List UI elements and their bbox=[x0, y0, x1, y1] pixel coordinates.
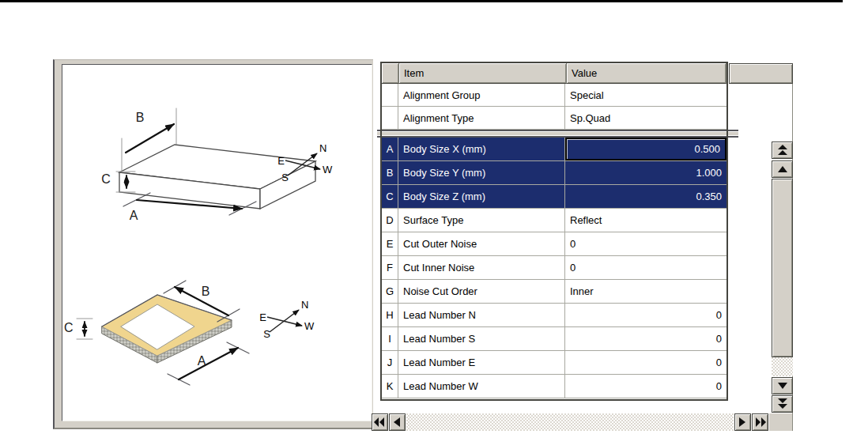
row-letter-cell[interactable]: K bbox=[382, 375, 398, 398]
scroll-down-icon bbox=[777, 383, 788, 390]
property-row[interactable]: FCut Inner Noise0 bbox=[382, 256, 726, 280]
compass-label-w: W bbox=[323, 164, 333, 175]
property-row[interactable]: ABody Size X (mm)0.500 bbox=[382, 138, 726, 161]
item-cell[interactable]: Noise Cut Order bbox=[398, 280, 565, 303]
header-item: Item bbox=[399, 63, 567, 84]
item-cell[interactable]: Cut Outer Noise bbox=[398, 232, 565, 255]
value-editor-cell[interactable]: 0.500 bbox=[565, 138, 726, 160]
compass-label-w: W bbox=[304, 320, 315, 332]
package-editor-window: B C A E N S W bbox=[0, 0, 868, 434]
property-row[interactable]: CBody Size Z (mm)0.350 bbox=[382, 185, 726, 209]
item-cell[interactable]: Lead Number E bbox=[398, 351, 565, 374]
value-cell[interactable]: 0 bbox=[565, 327, 726, 350]
value-cell[interactable]: 0 bbox=[565, 232, 726, 255]
value-cell[interactable]: Reflect bbox=[565, 209, 726, 232]
item-cell[interactable]: Lead Number S bbox=[398, 327, 565, 350]
item-cell[interactable]: Lead Number N bbox=[398, 304, 565, 326]
box-dim-label-b: B bbox=[136, 111, 145, 124]
compass-label-e: E bbox=[277, 155, 285, 167]
value-cell[interactable]: 1.000 bbox=[565, 161, 726, 184]
row-letter-cell[interactable]: C bbox=[382, 185, 398, 208]
scroll-right-icon bbox=[739, 417, 746, 428]
grid-header-row: Item Value bbox=[382, 63, 726, 84]
row-letter-cell[interactable]: B bbox=[382, 161, 398, 184]
value-cell[interactable]: Sp.Quad bbox=[565, 107, 726, 129]
item-cell[interactable]: Body Size Y (mm) bbox=[398, 161, 565, 184]
vertical-scrollbar-track[interactable] bbox=[772, 357, 793, 376]
scroll-right-button[interactable] bbox=[734, 413, 751, 431]
property-row[interactable]: JLead Number E0 bbox=[382, 351, 726, 375]
frozen-rows: Alignment GroupSpecialAlignment TypeSp.Q… bbox=[382, 84, 726, 130]
scroll-to-top-button[interactable] bbox=[772, 142, 793, 159]
scroll-down-button[interactable] bbox=[772, 377, 793, 394]
item-cell[interactable]: Alignment Type bbox=[398, 107, 565, 129]
quad-dim-label-c: C bbox=[64, 321, 74, 334]
header-extra-cell bbox=[729, 63, 793, 84]
item-cell[interactable]: Alignment Group bbox=[398, 84, 565, 106]
property-row[interactable]: Alignment GroupSpecial bbox=[382, 84, 726, 107]
package-diagram-canvas: B C A E N S W bbox=[62, 64, 372, 421]
compass-label-n: N bbox=[319, 142, 326, 154]
property-row[interactable]: HLead Number N0 bbox=[382, 304, 726, 327]
property-row[interactable]: BBody Size Y (mm)1.000 bbox=[382, 161, 726, 185]
package-preview-panel: B C A E N S W bbox=[53, 59, 373, 429]
compass-label-e: E bbox=[259, 311, 266, 323]
row-letter-cell[interactable] bbox=[382, 107, 398, 129]
box-dim-label-c: C bbox=[101, 172, 111, 186]
header-corner-cell bbox=[382, 63, 399, 84]
value-cell[interactable]: 0 bbox=[565, 351, 726, 374]
scroll-left-icon bbox=[394, 417, 401, 428]
properties-grid: Item Value Alignment GroupSpecialAlignme… bbox=[380, 62, 797, 433]
box-dim-label-a: A bbox=[130, 209, 138, 222]
row-letter-cell[interactable]: G bbox=[382, 280, 398, 303]
scroll-to-bottom-icon bbox=[776, 398, 789, 410]
scrollbar-corner bbox=[769, 413, 793, 431]
value-cell[interactable]: Inner bbox=[565, 280, 726, 303]
row-letter-cell[interactable]: D bbox=[382, 209, 398, 232]
value-cell[interactable]: 0 bbox=[565, 304, 726, 326]
scroll-up-icon bbox=[777, 166, 788, 173]
top-divider-line bbox=[0, 0, 843, 2]
item-cell[interactable]: Surface Type bbox=[398, 209, 565, 232]
row-letter-cell[interactable]: H bbox=[382, 304, 398, 326]
scroll-to-top-icon bbox=[776, 145, 789, 157]
compass-label-n: N bbox=[301, 299, 308, 311]
item-cell[interactable]: Body Size X (mm) bbox=[398, 138, 565, 160]
row-letter-cell[interactable]: F bbox=[382, 256, 398, 279]
scroll-far-right-icon bbox=[754, 417, 766, 428]
scroll-far-left-icon bbox=[374, 417, 386, 428]
row-letter-cell[interactable]: J bbox=[382, 351, 398, 374]
property-row[interactable]: GNoise Cut OrderInner bbox=[382, 280, 726, 304]
item-cell[interactable]: Body Size Z (mm) bbox=[398, 185, 565, 208]
scroll-left-button[interactable] bbox=[389, 413, 406, 431]
row-letter-cell[interactable]: A bbox=[382, 138, 398, 160]
row-letter-cell[interactable]: I bbox=[382, 327, 398, 350]
vertical-scrollbar-thumb[interactable] bbox=[772, 179, 793, 357]
scroll-far-right-button[interactable] bbox=[752, 413, 768, 431]
quad-compass-icon: E N S W bbox=[259, 299, 315, 340]
header-value: Value bbox=[567, 63, 726, 84]
row-letter-cell[interactable]: E bbox=[382, 232, 398, 255]
property-row[interactable]: Alignment TypeSp.Quad bbox=[382, 107, 726, 130]
property-row[interactable]: ECut Outer Noise0 bbox=[382, 232, 726, 256]
row-letter-cell[interactable] bbox=[382, 84, 398, 106]
value-cell[interactable]: 0 bbox=[565, 375, 726, 398]
property-row[interactable]: ILead Number S0 bbox=[382, 327, 726, 351]
horizontal-scrollbar-track[interactable] bbox=[406, 413, 734, 431]
quad-dim-label-a: A bbox=[198, 354, 206, 368]
compass-label-s: S bbox=[263, 328, 270, 340]
scroll-far-left-button[interactable] bbox=[372, 413, 388, 431]
property-row[interactable]: DSurface TypeReflect bbox=[382, 209, 726, 232]
property-row[interactable]: KLead Number W0 bbox=[382, 375, 726, 398]
value-cell[interactable]: Special bbox=[565, 84, 726, 106]
scroll-to-bottom-button[interactable] bbox=[772, 395, 793, 413]
scroll-up-button[interactable] bbox=[772, 160, 793, 178]
value-cell[interactable]: 0.350 bbox=[565, 185, 726, 208]
freeze-splitter[interactable] bbox=[377, 130, 738, 138]
package-diagrams: B C A E N S W bbox=[62, 65, 372, 421]
quad-package-view: C B A bbox=[64, 281, 249, 385]
quad-dim-label-b: B bbox=[202, 285, 210, 298]
item-cell[interactable]: Lead Number W bbox=[398, 375, 565, 398]
value-cell[interactable]: 0 bbox=[565, 256, 726, 279]
item-cell[interactable]: Cut Inner Noise bbox=[398, 256, 565, 279]
